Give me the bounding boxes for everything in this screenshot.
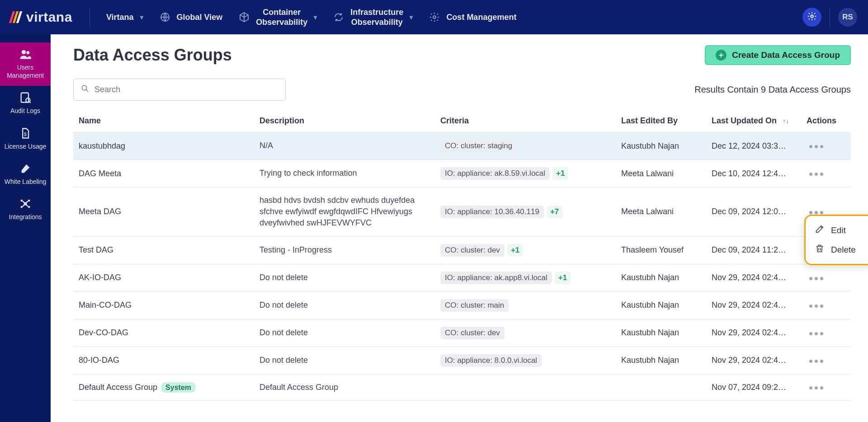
sidebar-item-audit-logs[interactable]: Audit Logs <box>0 86 51 121</box>
users-icon <box>19 48 32 61</box>
gear-icon <box>807 11 817 23</box>
license-icon: $ <box>19 127 32 140</box>
main-content: Data Access Groups + Create Data Access … <box>51 34 868 422</box>
table-row[interactable]: Test DAGTesting - InProgressCO: cluster:… <box>73 236 851 264</box>
avatar-initials: RS <box>842 13 853 22</box>
svg-point-4 <box>26 51 29 54</box>
sidebar: UsersManagement Audit Logs $ License Usa… <box>0 34 51 422</box>
cell-updated: Nov 29, 2024 02:4… <box>706 319 801 347</box>
nav-label-line1: Infrastructure <box>350 7 403 18</box>
settings-button[interactable] <box>802 8 821 27</box>
chevron-down-icon: ▾ <box>314 14 317 21</box>
cell-edited-by: Meeta Lalwani <box>616 188 706 237</box>
table-row[interactable]: AK-IO-DAGDo not deleteIO: appliance: ak.… <box>73 264 851 291</box>
cell-name: AK-IO-DAG <box>73 264 254 291</box>
audit-icon <box>19 91 32 104</box>
nav-label-line2: Observability <box>256 17 307 28</box>
create-button-label: Create Data Access Group <box>732 50 840 60</box>
nav-label: Global View <box>177 13 223 22</box>
svg-point-1 <box>433 16 436 19</box>
sidebar-item-license-usage[interactable]: $ License Usage <box>0 122 51 157</box>
criteria-chip: IO: appliance: ak.8.59.vi.local <box>440 167 550 180</box>
table-row[interactable]: Main-CO-DAGDo not deleteCO: cluster: mai… <box>73 291 851 319</box>
brand-logo[interactable]: virtana <box>11 9 72 25</box>
criteria-chip: IO: appliance: ak.app8.vi.local <box>440 272 552 284</box>
nav-label: Cost Management <box>446 13 516 22</box>
dropdown-edit[interactable]: Edit <box>809 220 868 240</box>
table-row[interactable]: Default Access GroupSystemDefault Access… <box>73 374 851 400</box>
row-actions-button[interactable] <box>807 329 826 338</box>
org-name: Virtana <box>106 13 134 22</box>
row-actions-button[interactable] <box>807 357 826 366</box>
col-last-edited-by[interactable]: Last Edited By <box>616 112 706 132</box>
sidebar-item-integrations[interactable]: Integrations <box>0 192 51 227</box>
cell-name: DAG Meeta <box>73 160 254 188</box>
cell-updated: Nov 29, 2024 02:4… <box>706 264 801 291</box>
table-row[interactable]: DAG MeetaTrying to check informationIO: … <box>73 160 851 188</box>
svg-text:$: $ <box>24 131 27 136</box>
criteria-more-badge: +1 <box>507 244 523 257</box>
cell-edited-by: Meeta Lalwani <box>616 160 706 188</box>
cell-updated: Dec 09, 2024 12:0… <box>706 188 801 237</box>
row-actions-button[interactable] <box>807 274 826 283</box>
cube-icon <box>239 12 250 23</box>
table-row[interactable]: 80-IO-DAGDo not deleteIO: appliance: 8.0… <box>73 347 851 374</box>
sidebar-item-users-management[interactable]: UsersManagement <box>0 42 51 86</box>
nav-container-observability[interactable]: Container Observability ▾ <box>231 7 325 28</box>
cell-description: Default Access Group <box>254 374 435 400</box>
criteria-chip: CO: cluster: dev <box>440 327 505 339</box>
org-selector[interactable]: Virtana ▾ <box>98 13 151 22</box>
col-criteria[interactable]: Criteria <box>435 112 616 132</box>
user-avatar[interactable]: RS <box>838 8 857 27</box>
criteria-chip: CO: cluster: main <box>440 299 509 312</box>
top-navbar: virtana Virtana ▾ Global View Container … <box>0 0 868 34</box>
col-last-updated[interactable]: Last Updated On ↑↓ <box>706 112 801 132</box>
cell-criteria: IO: appliance: ak.8.59.vi.local+1 <box>435 160 616 188</box>
row-actions-button[interactable] <box>807 384 826 392</box>
criteria-more-badge: +1 <box>552 167 568 180</box>
nav-cost-management[interactable]: Cost Management <box>421 12 524 23</box>
col-name[interactable]: Name <box>73 112 254 132</box>
cell-criteria: CO: cluster: dev <box>435 319 616 347</box>
table-header-row: Name Description Criteria Last Edited By… <box>73 112 851 132</box>
cell-updated: Dec 09, 2024 11:2… <box>706 236 801 264</box>
cell-name: kaustubhdag <box>73 132 254 160</box>
dropdown-delete[interactable]: Delete <box>809 240 868 259</box>
col-actions: Actions <box>801 112 851 132</box>
cell-edited-by: Kaustubh Najan <box>616 264 706 291</box>
search-input[interactable] <box>94 84 278 95</box>
cell-edited-by: Kaustubh Najan <box>616 291 706 319</box>
table-row[interactable]: Dev-CO-DAGDo not deleteCO: cluster: devK… <box>73 319 851 347</box>
cell-criteria: CO: cluster: main <box>435 291 616 319</box>
row-actions-button[interactable] <box>807 142 826 151</box>
cell-criteria: IO: appliance: ak.app8.vi.local+1 <box>435 264 616 291</box>
table-row[interactable]: kaustubhdagN/ACO: cluster: stagingKaustu… <box>73 132 851 160</box>
cell-criteria: IO: appliance: 10.36.40.119+7 <box>435 188 616 237</box>
cell-actions <box>801 319 851 347</box>
table-row[interactable]: Meeta DAGhasbd hdvs bvdsh sdcbv ewhuds d… <box>73 188 851 237</box>
chevron-down-icon: ▾ <box>410 14 413 21</box>
search-box[interactable] <box>73 79 286 101</box>
create-data-access-group-button[interactable]: + Create Data Access Group <box>705 45 851 65</box>
globe-icon <box>160 12 170 23</box>
criteria-chip: CO: cluster: staging <box>440 140 517 152</box>
nav-global-view[interactable]: Global View <box>151 12 231 23</box>
svg-point-13 <box>82 85 87 90</box>
cell-updated: Nov 29, 2024 02:4… <box>706 347 801 374</box>
cell-description: hasbd hdvs bvdsh sdcbv ewhuds duyefdea s… <box>254 188 435 237</box>
col-description[interactable]: Description <box>254 112 435 132</box>
plus-circle-icon: + <box>716 50 726 61</box>
criteria-more-badge: +7 <box>547 206 562 218</box>
separator <box>90 8 90 26</box>
nav-infrastructure-observability[interactable]: Infrastructure Observability ▾ <box>325 7 421 28</box>
brush-icon <box>19 162 32 175</box>
sync-icon <box>333 12 344 23</box>
row-actions-button[interactable] <box>807 302 826 310</box>
results-count: Results Contain 9 Data Access Groups <box>694 84 851 95</box>
criteria-chip: IO: appliance: 8.0.0.vi.local <box>440 354 542 367</box>
row-actions-button[interactable] <box>807 170 826 178</box>
integrations-icon <box>19 197 32 210</box>
svg-point-11 <box>21 206 23 208</box>
cell-actions <box>801 291 851 319</box>
sidebar-item-white-labeling[interactable]: White Labeling <box>0 157 51 192</box>
